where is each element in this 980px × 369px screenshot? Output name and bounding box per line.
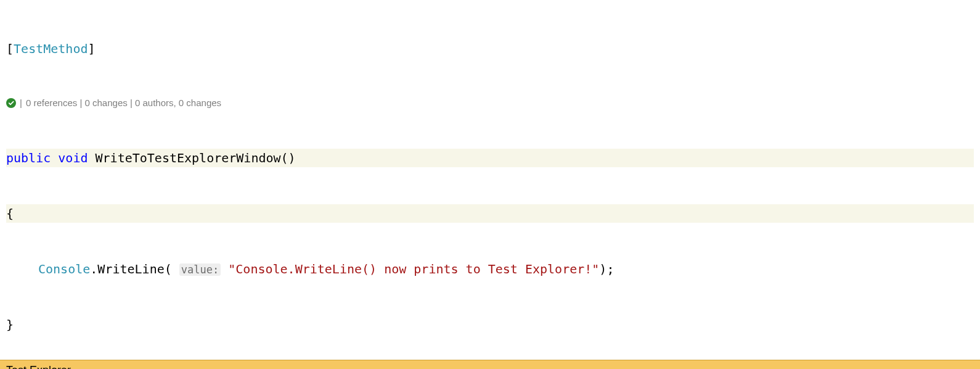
param-hint: value: <box>179 263 221 276</box>
attribute-line: [TestMethod] <box>6 39 974 58</box>
codelens-row[interactable]: | 0 references | 0 changes | 0 authors, … <box>6 96 974 110</box>
brace-open-line: { <box>6 204 974 223</box>
bracket-open: [ <box>6 41 14 56</box>
bracket-close: ] <box>88 41 95 56</box>
test-explorer-title: Test Explorer <box>6 364 71 370</box>
method-name: WriteToTestExplorerWindow <box>96 151 281 165</box>
test-explorer-title-bar[interactable]: Test Explorer <box>0 360 980 370</box>
code-editor[interactable]: [TestMethod] | 0 references | 0 changes … <box>0 0 980 360</box>
codelens-text[interactable]: 0 references | 0 changes | 0 authors, 0 … <box>26 96 221 110</box>
method-signature-line: public void WriteToTestExplorerWindow() <box>6 149 974 167</box>
attribute-name: TestMethod <box>14 41 88 56</box>
brace-close-line: } <box>6 315 974 334</box>
string-literal: "Console.WriteLine() now prints to Test … <box>228 262 599 276</box>
test-pass-icon <box>6 98 16 108</box>
body-line: Console.WriteLine( value: "Console.Write… <box>6 260 974 278</box>
